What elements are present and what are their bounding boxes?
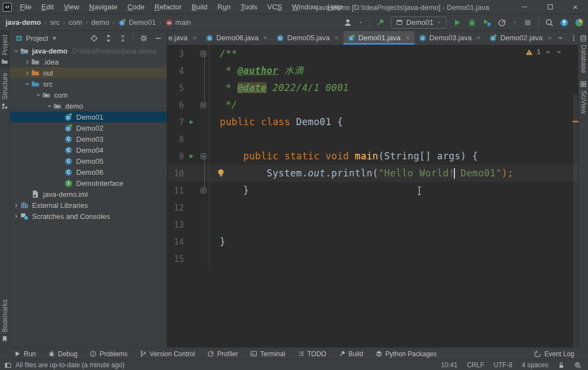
minimize-button[interactable]	[512, 0, 537, 14]
run-with-coverage-button[interactable]	[483, 18, 491, 27]
toolwindow-button-version-control[interactable]: Version Control	[134, 350, 201, 358]
code-line-14[interactable]: 14}	[167, 233, 578, 250]
run-gutter-icon[interactable]	[184, 153, 198, 159]
close-button[interactable]: ×	[563, 0, 588, 14]
code-line-5[interactable]: 5 * @date 2022/4/1 0001	[167, 79, 578, 96]
tree-item-idea[interactable]: .idea	[10, 56, 167, 67]
tab-demo05-java[interactable]: CDemo05.java	[272, 31, 343, 45]
menu-tools[interactable]: Tools	[236, 3, 262, 11]
collapse-all-button[interactable]	[119, 34, 127, 42]
tree-item-src[interactable]: src	[10, 78, 167, 89]
tree-item-java-demo[interactable]: java-demoD:\IdeaProjects\java-demo	[10, 45, 167, 56]
tree-item-demo05[interactable]: CDemo05	[10, 155, 167, 167]
tree-chevron-closed[interactable]	[23, 69, 31, 77]
breadcrumb-java-demo[interactable]: java-demo	[6, 18, 41, 26]
toolwindow-button-event-log[interactable]: Event Log	[528, 350, 580, 358]
tab-close-icon[interactable]	[192, 35, 198, 41]
toolwindow-button-database[interactable]: Database	[579, 31, 588, 77]
code-line-9[interactable]: 9− public static void main(String[] args…	[167, 148, 578, 165]
fold-marker-icon[interactable]: −	[198, 51, 209, 57]
menu-vcs[interactable]: VCS	[262, 3, 287, 11]
tab-e-java[interactable]: e.java	[167, 31, 202, 45]
tree-chevron-closed[interactable]	[12, 213, 20, 220]
tree-chevron-open[interactable]	[34, 92, 42, 99]
tree-chevron-open[interactable]	[23, 81, 31, 88]
chevron-down-icon[interactable]	[512, 20, 517, 25]
tree-item-demo01[interactable]: CDemo01	[10, 111, 167, 122]
tree-chevron-closed[interactable]	[12, 202, 20, 209]
toolwindow-button-todo[interactable]: TODO	[292, 350, 332, 358]
code-line-8[interactable]: 8	[167, 131, 578, 148]
tree-item-demo04[interactable]: CDemo04	[10, 144, 167, 155]
tree-item-com[interactable]: com	[10, 89, 167, 100]
code-line-11[interactable]: 11− }	[167, 182, 578, 199]
indent-setting[interactable]: 4 spaces	[522, 361, 548, 369]
stop-button[interactable]	[523, 18, 532, 27]
menu-code[interactable]: Code	[123, 3, 150, 11]
code-line-13[interactable]: 13	[167, 216, 578, 233]
code-line-3[interactable]: 3−/**	[167, 45, 578, 62]
fold-marker-icon[interactable]: −	[198, 153, 209, 159]
tab-demo02-java[interactable]: CDemo02.java	[485, 31, 557, 45]
toolwindow-button-build[interactable]: Build	[332, 350, 369, 358]
chevron-down-icon[interactable]	[555, 49, 563, 56]
code-with-me-icon[interactable]	[575, 18, 584, 27]
settings-gear-icon[interactable]	[140, 34, 148, 42]
tree-item-external-libraries[interactable]: External Libraries	[10, 200, 167, 211]
tree-item-scratches-and-consoles[interactable]: Scratches and Consoles	[10, 211, 167, 222]
warning-count[interactable]: 1	[537, 48, 541, 56]
chevron-down-icon[interactable]	[358, 20, 363, 25]
toolwindow-button-problems[interactable]: Problems	[83, 350, 134, 358]
locate-file-button[interactable]	[90, 34, 98, 42]
run-configuration-combo[interactable]: Demo01	[391, 17, 447, 29]
breadcrumb-demo01[interactable]: CDemo01	[118, 18, 156, 26]
code-line-4[interactable]: 4 * @author 水滴	[167, 62, 578, 79]
code-line-7[interactable]: 7public class Demo01 {	[167, 114, 578, 131]
tab-demo01-java[interactable]: CDemo01.java	[343, 31, 415, 45]
build-project-icon[interactable]	[376, 18, 385, 27]
menu-file[interactable]: File	[15, 3, 36, 11]
maximize-button[interactable]	[537, 0, 563, 14]
tree-item-demo06[interactable]: CDemo06	[10, 167, 167, 178]
caret-position[interactable]: 10:41	[441, 361, 458, 369]
tree-item-demointerface[interactable]: IDemoInterface	[10, 178, 167, 189]
run-gutter-icon[interactable]	[184, 119, 198, 125]
tree-item-java-demo-iml[interactable]: java-demo.iml	[10, 189, 167, 200]
tree-item-out[interactable]: out	[10, 67, 167, 78]
code-line-12[interactable]: 12	[167, 199, 578, 216]
tree-item-demo03[interactable]: CDemo03	[10, 133, 167, 144]
project-panel-title[interactable]: Project	[26, 34, 48, 42]
hidden-tabs-chevron-icon[interactable]	[557, 34, 564, 42]
hide-panel-button[interactable]	[154, 34, 162, 42]
search-everywhere-icon[interactable]	[545, 18, 554, 27]
toolwindow-button-sciview[interactable]: SciView	[579, 77, 588, 117]
tree-item-demo02[interactable]: CDemo02	[10, 122, 167, 133]
tree-chevron-open[interactable]	[12, 47, 20, 55]
editor-scrollbar[interactable]	[573, 45, 578, 347]
toolwindow-button-profiler[interactable]: Profiler	[201, 350, 244, 358]
chevron-up-icon[interactable]	[544, 49, 552, 56]
toolwindow-button-run[interactable]: Run	[8, 350, 42, 358]
tab-options-icon[interactable]	[570, 34, 578, 42]
breadcrumb-src[interactable]: src	[50, 18, 60, 26]
ide-update-icon[interactable]	[560, 18, 569, 27]
scrollbar-thumb[interactable]	[573, 95, 578, 347]
toolwindow-button-bookmarks[interactable]: Bookmarks	[0, 296, 9, 346]
toolwindow-button-python-packages[interactable]: Python Packages	[369, 350, 443, 358]
toolwindow-button-structure[interactable]: Structure	[0, 69, 9, 114]
file-encoding[interactable]: UTF-8	[494, 361, 512, 369]
tab-demo03-java[interactable]: CDemo03.java	[415, 31, 486, 45]
fold-marker-icon[interactable]: −	[198, 187, 209, 194]
code-line-15[interactable]: 15	[167, 250, 578, 267]
menu-build[interactable]: Build	[187, 3, 213, 11]
highlighting-level-icon[interactable]	[574, 362, 581, 369]
tab-close-icon[interactable]	[405, 35, 411, 41]
code-editor[interactable]: 3−/**4 * @author 水滴5 * @date 2022/4/1 00…	[167, 45, 578, 347]
line-ending[interactable]: CRLF	[467, 361, 484, 369]
menu-run[interactable]: Run	[213, 3, 236, 11]
tree-chevron-open[interactable]	[45, 103, 53, 110]
toolwindow-button-terminal[interactable]: Terminal	[244, 350, 291, 358]
debug-button[interactable]	[468, 18, 476, 27]
menu-navigate[interactable]: Navigate	[84, 3, 122, 11]
tab-close-icon[interactable]	[262, 35, 268, 41]
